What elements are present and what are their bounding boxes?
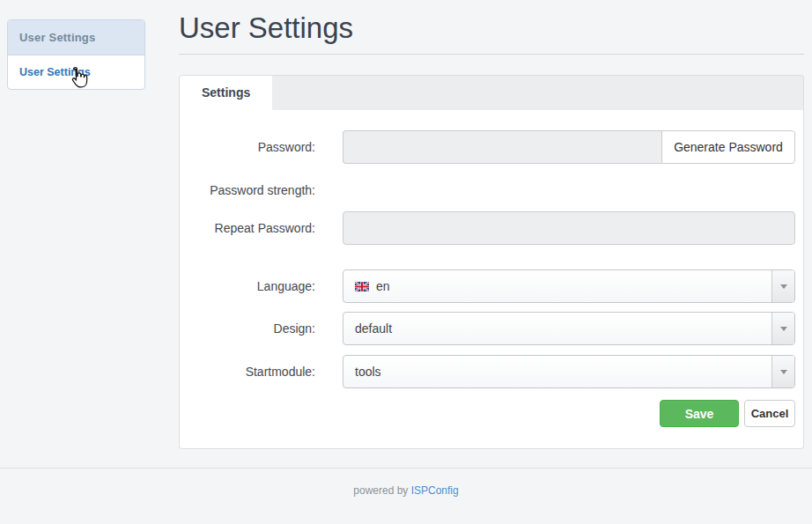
startmodule-label: Startmodule:: [194, 365, 315, 379]
password-label: Password:: [194, 140, 315, 154]
tab-settings[interactable]: Settings: [180, 76, 272, 110]
title-divider: [179, 54, 804, 55]
uk-flag-icon: [355, 282, 369, 292]
password-strength-label: Password strength:: [194, 183, 315, 197]
cancel-button[interactable]: Cancel: [744, 400, 795, 427]
language-selected-value: en: [376, 279, 390, 293]
startmodule-select[interactable]: tools: [343, 355, 795, 388]
sidebar-section-header: User Settings: [8, 20, 144, 55]
settings-form-panel: Password: Generate Password Password str…: [179, 110, 804, 449]
design-label: Design:: [194, 321, 315, 336]
chevron-down-icon: [780, 284, 787, 289]
chevron-down-icon: [780, 370, 787, 374]
language-label: Language:: [194, 279, 315, 293]
password-input[interactable]: [343, 130, 661, 164]
powered-by-text: powered by ISPConfig: [0, 484, 812, 497]
generate-password-button[interactable]: Generate Password: [661, 130, 795, 164]
page-footer: powered by ISPConfig: [0, 468, 812, 497]
repeat-password-label: Repeat Password:: [194, 221, 315, 235]
language-select[interactable]: en: [343, 269, 795, 303]
language-row: Language: en: [194, 269, 795, 303]
design-selected-value: default: [355, 321, 392, 336]
tab-bar: Settings: [179, 75, 804, 110]
page-title: User Settings: [179, 11, 804, 46]
main-content: User Settings Settings Password: Generat…: [179, 0, 804, 449]
ispconfig-link[interactable]: ISPConfig: [411, 484, 459, 497]
repeat-password-input[interactable]: [343, 211, 795, 245]
design-row: Design: default: [194, 312, 795, 345]
password-row: Password: Generate Password: [194, 130, 795, 164]
sidebar-item-user-settings[interactable]: User Settings: [8, 55, 144, 89]
password-strength-row: Password strength:: [194, 181, 795, 199]
design-dropdown-button[interactable]: [771, 313, 794, 344]
chevron-down-icon: [780, 327, 787, 331]
startmodule-dropdown-button[interactable]: [771, 356, 794, 387]
sidebar-panel: User Settings User Settings: [7, 19, 145, 90]
language-dropdown-button[interactable]: [771, 270, 794, 302]
design-select[interactable]: default: [343, 312, 795, 345]
save-button[interactable]: Save: [660, 400, 739, 427]
startmodule-row: Startmodule: tools: [194, 355, 795, 388]
form-actions: Save Cancel: [194, 400, 795, 427]
password-input-group: Generate Password: [343, 130, 795, 164]
startmodule-selected-value: tools: [355, 365, 381, 379]
repeat-password-row: Repeat Password:: [194, 211, 795, 245]
